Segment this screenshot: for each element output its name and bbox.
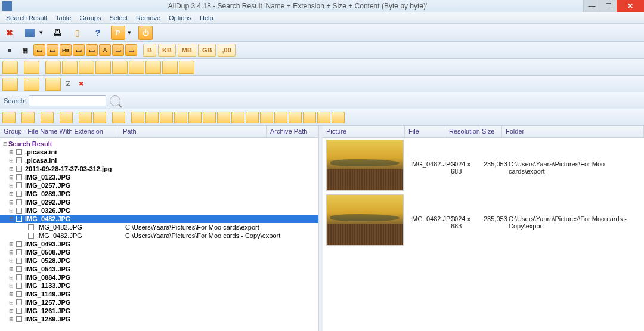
expand-icon[interactable]: ⊞: [8, 208, 14, 214]
col-resolution[interactable]: Resolution: [445, 126, 478, 137]
expand-icon[interactable]: ⊞: [8, 199, 14, 205]
folder-del-check-icon[interactable]: ☑: [62, 78, 74, 90]
select-action-3-icon[interactable]: [60, 112, 73, 123]
window-minimize-button[interactable]: —: [583, 0, 600, 12]
tree-group-row[interactable]: ⊞.picasa.ini: [0, 156, 318, 165]
folder-action-6-icon[interactable]: [112, 61, 128, 74]
menu-options[interactable]: Options: [165, 13, 195, 23]
expand-icon[interactable]: ⊞: [8, 266, 14, 272]
folder-del-icon[interactable]: [45, 78, 61, 91]
select-action-4-icon[interactable]: [79, 112, 92, 123]
checkbox[interactable]: [16, 182, 22, 188]
expand-icon[interactable]: ⊞: [8, 149, 14, 155]
tree-group-row[interactable]: ⊞IMG_0289.JPG: [0, 190, 318, 198]
col-a-icon[interactable]: A: [99, 44, 111, 56]
select-action-9-icon[interactable]: [160, 112, 173, 123]
folder-action-9-icon[interactable]: [162, 61, 178, 74]
checkbox[interactable]: [16, 283, 22, 289]
search-input[interactable]: [29, 95, 106, 106]
checkbox[interactable]: [16, 249, 22, 255]
checkbox[interactable]: [16, 149, 22, 155]
folder-action-0-icon[interactable]: [2, 61, 18, 74]
delete-icon[interactable]: ✖: [2, 26, 17, 40]
checkbox[interactable]: [16, 191, 22, 197]
checkbox[interactable]: [16, 274, 22, 280]
menu-help[interactable]: Help: [196, 13, 217, 23]
tree-group-row[interactable]: ⊞IMG_0257.JPG: [0, 181, 318, 190]
save-icon[interactable]: [23, 26, 37, 40]
select-action-0-icon[interactable]: [2, 112, 16, 123]
folder-action-3-icon[interactable]: [62, 61, 78, 74]
checkbox[interactable]: [16, 266, 22, 272]
select-action-10-icon[interactable]: [174, 112, 187, 123]
view-grid-icon[interactable]: ▦: [18, 43, 32, 57]
expand-icon[interactable]: ⊞: [8, 157, 14, 163]
checkbox[interactable]: [16, 199, 22, 205]
checkbox[interactable]: [28, 233, 34, 239]
expand-icon[interactable]: ⊞: [8, 241, 14, 247]
expand-icon[interactable]: ⊞: [8, 249, 14, 255]
checkbox[interactable]: [28, 224, 34, 230]
checkbox[interactable]: [16, 208, 22, 214]
tree-group-row[interactable]: ⊞2011-09-28-17-37-03-312.jpg: [0, 165, 318, 173]
save-dropdown-icon[interactable]: ▾: [38, 26, 44, 40]
checkbox[interactable]: [16, 258, 22, 264]
size-dec-button[interactable]: ,00: [218, 44, 235, 57]
menu-remove[interactable]: Remove: [132, 13, 164, 23]
select-action-18-icon[interactable]: [289, 112, 302, 123]
checkbox[interactable]: [16, 166, 22, 172]
checkbox[interactable]: [16, 241, 22, 247]
size-gb-button[interactable]: GB: [198, 44, 216, 57]
col-file[interactable]: File: [405, 126, 445, 137]
tree-group-row[interactable]: ⊞IMG_0493.JPG: [0, 240, 318, 248]
select-action-8-icon[interactable]: [145, 112, 159, 123]
select-action-1-icon[interactable]: [21, 112, 35, 123]
expand-icon[interactable]: ⊞: [8, 274, 14, 280]
expand-icon[interactable]: ⊞: [8, 299, 14, 305]
preview-row[interactable]: IMG_0482.JPG1024 x 683235,053C:\Users\Ya…: [323, 193, 644, 248]
menu-select[interactable]: Select: [106, 13, 131, 23]
select-action-21-icon[interactable]: [332, 112, 345, 123]
menu-table[interactable]: Table: [52, 13, 75, 23]
window-maximize-button[interactable]: ☐: [600, 0, 617, 12]
print-icon[interactable]: 🖶: [50, 26, 64, 40]
menu-groups[interactable]: Groups: [76, 13, 104, 23]
col-1-icon[interactable]: ▭: [33, 44, 45, 56]
checkbox[interactable]: [16, 308, 22, 314]
col-picture[interactable]: Picture: [323, 126, 405, 137]
power-icon[interactable]: ⏻: [138, 26, 153, 40]
checkbox[interactable]: [16, 291, 22, 297]
size-mb-button[interactable]: MB: [178, 44, 196, 57]
tree-file-row[interactable]: IMG_0482.JPGC:\Users\Yaara\Pictures\For …: [0, 231, 318, 240]
dropdown-icon[interactable]: ▾: [126, 26, 132, 40]
select-action-12-icon[interactable]: [203, 112, 216, 123]
folder-action-2-icon[interactable]: [45, 61, 61, 74]
expand-icon[interactable]: ⊞: [8, 182, 14, 188]
window-close-button[interactable]: ✕: [617, 0, 644, 12]
tree-root[interactable]: ⊟Search Result: [0, 139, 318, 148]
col-5-icon[interactable]: ▭: [112, 44, 124, 56]
folder-del-x-icon[interactable]: ✖: [75, 78, 87, 90]
search-icon[interactable]: [110, 95, 120, 106]
folder-action-8-icon[interactable]: [145, 61, 161, 74]
select-action-15-icon[interactable]: [246, 112, 259, 123]
tree-group-row[interactable]: ⊞IMG_0884.JPG: [0, 273, 318, 281]
col-6-icon[interactable]: ▭: [125, 44, 137, 56]
preview-row[interactable]: IMG_0482.JPG1024 x 683235,053C:\Users\Ya…: [323, 138, 644, 193]
tree-group-row[interactable]: ⊞IMG_0326.JPG: [0, 206, 318, 215]
select-action-19-icon[interactable]: [303, 112, 316, 123]
tree-group-row[interactable]: ⊞IMG_0292.JPG: [0, 198, 318, 206]
expand-icon[interactable]: ⊞: [8, 191, 14, 197]
col-4-icon[interactable]: ▭: [86, 44, 98, 56]
select-action-6-icon[interactable]: [112, 112, 125, 123]
col-size[interactable]: Size: [478, 126, 502, 137]
tree-group-row[interactable]: ⊞IMG_1289.JPG: [0, 315, 318, 323]
col-mb-icon[interactable]: MB: [60, 44, 72, 56]
tree-group-row[interactable]: ⊞IMG_1149.JPG: [0, 290, 318, 298]
col-2-icon[interactable]: ▭: [47, 44, 58, 56]
document-icon[interactable]: ▯: [70, 26, 85, 40]
expand-icon[interactable]: ⊞: [8, 316, 14, 322]
checkbox[interactable]: [16, 174, 22, 180]
select-action-5-icon[interactable]: [93, 112, 106, 123]
select-action-20-icon[interactable]: [317, 112, 330, 123]
